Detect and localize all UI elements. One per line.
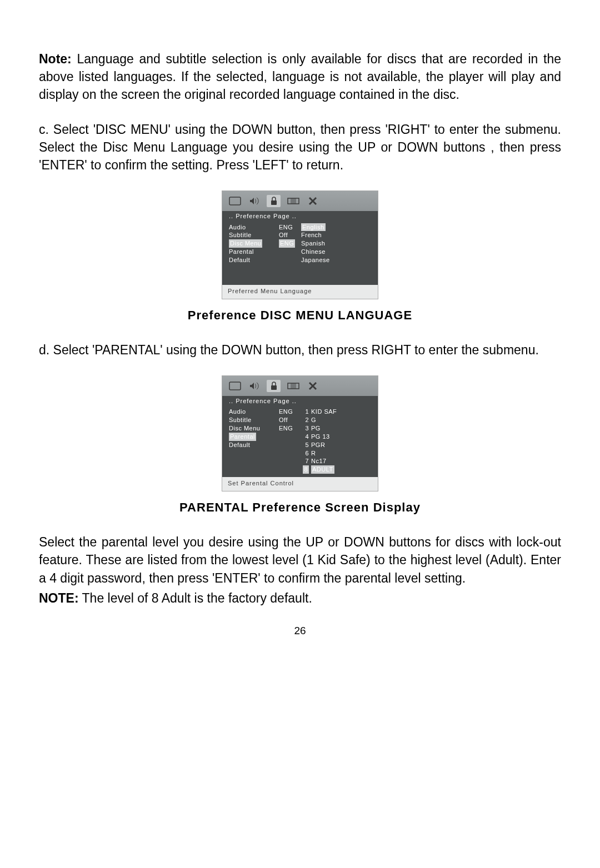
note2-bold: NOTE: [39,591,79,605]
parental-paragraph: Select the parental level you desire usi… [39,533,561,587]
step-c-paragraph: c. Select 'DISC MENU' using the DOWN but… [39,121,561,174]
step-d-paragraph: d. Select 'PARENTAL' using the DOWN butt… [39,341,561,359]
menu-content: AudioSubtitleDisc MenuParentalDefault EN… [222,222,378,285]
svg-rect-3 [291,198,296,204]
menu-cell: Japanese [301,256,371,264]
menu-cell: ENG [279,239,301,248]
aspect-icon [286,380,300,392]
note-text: Language and subtitle selection is only … [39,52,561,102]
svg-rect-7 [291,383,296,389]
svg-rect-5 [271,385,277,390]
menu-cell: Off [279,231,301,239]
menu-cell: 2 [301,416,309,424]
menu-options-col: EnglishFrenchSpanishChineseJapanese [301,223,371,282]
menu-cell: Chinese [301,248,371,256]
menu-cell [279,248,301,256]
menu-cell: Nc17 [311,457,371,465]
lock-icon [267,380,281,392]
menu-cell [279,433,301,441]
menu-cell: 4 [301,433,309,441]
menu-cell: 5 [301,441,309,449]
note-bold: Note: [39,52,72,66]
menu-content: AudioSubtitleDisc MenuParentalDefault EN… [222,407,378,477]
menu-cell: 7 [301,457,309,465]
note-paragraph: Note: Language and subtitle selection is… [39,50,561,104]
menu-cell: Disc Menu [229,239,279,248]
menu-cell: Parental [229,433,279,441]
menu-footer: Preferred Menu Language [222,285,378,299]
svg-rect-0 [229,197,241,205]
menu-cell: G [311,416,371,424]
caption-disc-menu: Preference DISC MENU LANGUAGE [39,307,561,324]
speaker-icon [247,380,261,392]
menu-cell: 6 [301,449,309,458]
menu-labels-col: AudioSubtitleDisc MenuParentalDefault [229,408,279,474]
note2-text: The level of 8 Adult is the factory defa… [79,591,312,605]
menu-title: .. Preference Page .. [222,211,378,222]
menu-cell: PG [311,424,371,433]
display-icon [228,195,242,207]
menu-cell: ENG [279,424,301,433]
page-number: 26 [39,624,561,639]
menu-cell: KID SAF [311,408,371,416]
menu-cell [279,256,301,264]
speaker-icon [247,195,261,207]
menu-cell: 1 [301,408,309,416]
menu-cell: Subtitle [229,231,279,239]
menu-cell: Subtitle [229,416,279,424]
menu-vals-col: ENGOffENG [279,408,301,474]
note2-paragraph: NOTE: The level of 8 Adult is the factor… [39,589,561,607]
menu-cell: PGR [311,441,371,449]
menu-cell: Off [279,416,301,424]
close-icon [306,380,319,392]
aspect-icon [286,195,300,207]
menu-cell: Disc Menu [229,424,279,433]
menu-cell: Audio [229,408,279,416]
menu-cell: Spanish [301,239,371,248]
menu-cell: Default [229,441,279,449]
menu-cell: Audio [229,223,279,232]
menu-cell: Default [229,256,279,264]
menu-nums-col: 12345678 [301,408,311,474]
close-icon [306,195,319,207]
lock-icon [267,195,281,207]
menu-cell [279,441,301,449]
menu-vals-col: ENGOffENG [279,223,301,282]
parental-screenshot: .. Preference Page .. AudioSubtitleDisc … [222,375,378,492]
menu-cell: ENG [279,223,301,232]
menu-cell: 8 [301,465,309,474]
menu-cell: French [301,231,371,239]
menu-footer: Set Parental Control [222,477,378,491]
menu-cell: ADULT [311,465,371,474]
svg-rect-4 [229,382,241,390]
caption-parental: PARENTAL Preference Screen Display [39,499,561,516]
menu-cell: ENG [279,408,301,416]
display-icon [228,380,242,392]
menu-options-col: KID SAFGPGPG 13PGRRNc17ADULT [311,408,371,474]
menu-icon-bar [222,376,378,396]
menu-labels-col: AudioSubtitleDisc MenuParentalDefault [229,223,279,282]
disc-menu-screenshot: .. Preference Page .. AudioSubtitleDisc … [222,190,378,299]
menu-icon-bar [222,191,378,211]
menu-cell: PG 13 [311,433,371,441]
menu-cell: English [301,223,371,232]
menu-title: .. Preference Page .. [222,396,378,407]
svg-rect-1 [271,200,277,205]
menu-cell: Parental [229,248,279,256]
menu-cell: R [311,449,371,458]
menu-cell: 3 [301,424,309,433]
